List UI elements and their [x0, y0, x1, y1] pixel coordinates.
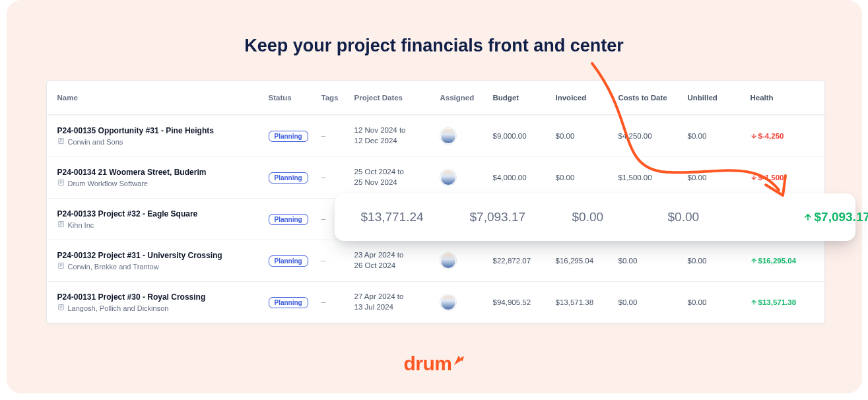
status-badge[interactable]: Planning — [269, 297, 308, 308]
dates-cell: 25 Oct 2024 to25 Nov 2024 — [354, 167, 440, 187]
unbilled-cell: $0.00 — [688, 132, 751, 140]
tags-cell: – — [321, 173, 354, 182]
col-tags[interactable]: Tags — [321, 94, 354, 102]
budget-cell: $22,872.07 — [493, 257, 556, 265]
company-name: Drum Workflow Software — [57, 179, 269, 187]
logo-mark-icon — [453, 349, 465, 371]
building-icon — [57, 262, 65, 271]
avatar[interactable] — [440, 170, 456, 185]
table-row[interactable]: P24-00131 Project #30 - Royal CrossingLa… — [47, 281, 824, 323]
costs-cell: $0.00 — [618, 298, 688, 306]
highlight-row-card: $13,771.24 $7,093.17 $0.00 $0.00 $7,093.… — [335, 193, 855, 241]
highlight-costs: $0.00 — [572, 210, 668, 224]
avatar[interactable] — [440, 128, 456, 144]
health-cell: $-1,500 — [751, 174, 823, 182]
costs-cell: $0.00 — [618, 257, 688, 265]
invoiced-cell: $13,571.38 — [556, 298, 618, 306]
highlight-health: $7,093.17 — [803, 210, 869, 224]
project-name[interactable]: P24-00131 Project #30 - Royal Crossing — [57, 292, 269, 302]
assigned-cell[interactable] — [440, 170, 493, 185]
col-health[interactable]: Health — [751, 94, 823, 102]
invoiced-cell: $0.00 — [556, 174, 618, 182]
company-name: Langosh, Pollich and Dickinson — [57, 304, 269, 312]
status-badge[interactable]: Planning — [269, 214, 308, 225]
table-row[interactable]: P24-00132 Project #31 - University Cross… — [47, 240, 824, 281]
assigned-cell[interactable] — [440, 253, 493, 269]
table-header-row: Name Status Tags Project Dates Assigned … — [47, 81, 824, 115]
project-name[interactable]: P24-00135 Opportunity #31 - Pine Heights — [57, 126, 269, 135]
col-dates[interactable]: Project Dates — [354, 94, 440, 102]
avatar[interactable] — [440, 294, 456, 310]
col-costs[interactable]: Costs to Date — [618, 94, 688, 102]
status-badge[interactable]: Planning — [269, 172, 308, 183]
company-name: Corwin, Brekke and Trantow — [57, 262, 269, 271]
col-assigned[interactable]: Assigned — [440, 94, 493, 102]
dates-cell: 23 Apr 2024 to26 Oct 2024 — [354, 250, 440, 271]
building-icon — [57, 220, 65, 229]
col-unbilled[interactable]: Unbilled — [688, 94, 751, 102]
table-row[interactable]: P24-00134 21 Woomera Street, BuderimDrum… — [47, 156, 824, 198]
budget-cell: $4,000.00 — [493, 174, 556, 182]
budget-cell: $94,905.52 — [493, 298, 556, 306]
tags-cell: – — [321, 298, 354, 307]
health-cell: $13,571.38 — [751, 298, 823, 307]
tags-cell: – — [321, 256, 354, 265]
health-cell: $-4,250 — [751, 132, 823, 141]
col-invoiced[interactable]: Invoiced — [556, 94, 618, 102]
status-badge[interactable]: Planning — [269, 255, 308, 267]
dates-cell: 27 Apr 2024 to13 Jul 2024 — [354, 292, 440, 312]
col-budget[interactable]: Budget — [493, 94, 556, 102]
arrow-up-icon — [803, 213, 813, 222]
highlight-budget: $13,771.24 — [361, 210, 470, 224]
assigned-cell[interactable] — [440, 294, 493, 310]
unbilled-cell: $0.00 — [688, 174, 751, 182]
col-name[interactable]: Name — [57, 94, 269, 102]
company-name: Kihn Inc — [57, 220, 269, 229]
col-status[interactable]: Status — [269, 94, 321, 102]
building-icon — [57, 179, 65, 187]
unbilled-cell: $0.00 — [688, 257, 751, 265]
tags-cell: – — [321, 131, 354, 141]
table-row[interactable]: P24-00135 Opportunity #31 - Pine Heights… — [47, 115, 824, 156]
drum-logo: drum — [7, 352, 862, 375]
unbilled-cell: $0.00 — [688, 298, 751, 306]
highlight-unbilled: $0.00 — [668, 210, 803, 224]
project-name[interactable]: P24-00132 Project #31 - University Cross… — [57, 251, 269, 260]
building-icon — [57, 137, 65, 146]
project-name[interactable]: P24-00133 Project #32 - Eagle Square — [57, 209, 269, 218]
costs-cell: $1,500.00 — [618, 174, 688, 182]
costs-cell: $4,250.00 — [618, 132, 688, 140]
highlight-invoiced: $7,093.17 — [470, 210, 572, 224]
dates-cell: 12 Nov 2024 to12 Dec 2024 — [354, 125, 440, 146]
budget-cell: $9,000.00 — [493, 132, 556, 140]
company-name: Corwin and Sons — [57, 137, 269, 146]
assigned-cell[interactable] — [440, 128, 493, 144]
page-headline: Keep your project financials front and c… — [7, 36, 862, 56]
invoiced-cell: $0.00 — [556, 132, 618, 140]
building-icon — [57, 304, 65, 312]
invoiced-cell: $16,295.04 — [556, 257, 618, 265]
status-badge[interactable]: Planning — [269, 131, 308, 142]
avatar[interactable] — [440, 253, 456, 269]
project-name[interactable]: P24-00134 21 Woomera Street, Buderim — [57, 168, 269, 177]
health-cell: $16,295.04 — [751, 257, 823, 265]
